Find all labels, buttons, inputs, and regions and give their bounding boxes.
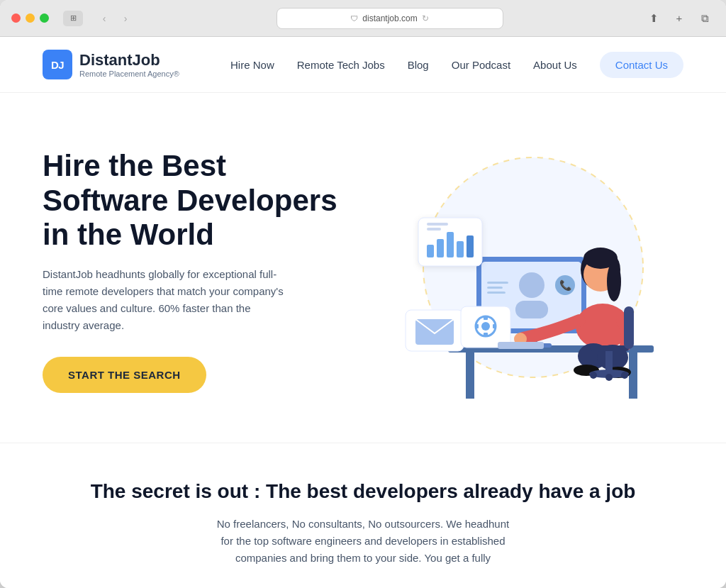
sidebar-toggle[interactable]: ⊞ [63, 11, 83, 26]
logo-text: DistantJob Remote Placement Agency® [79, 51, 179, 78]
logo-name: DistantJob [79, 51, 179, 70]
close-button[interactable] [11, 13, 21, 23]
section-title: The secret is out : The best developers … [43, 479, 683, 504]
hero-description: DistantJob headhunts globally for except… [43, 266, 284, 334]
forward-button[interactable]: › [116, 11, 135, 26]
logo-area: DJ DistantJob Remote Placement Agency® [43, 50, 179, 79]
svg-rect-19 [437, 239, 444, 257]
logo-icon: DJ [43, 50, 72, 79]
svg-point-29 [481, 322, 490, 331]
hero-section: Hire the Best Software Developers in the… [0, 93, 726, 443]
hero-svg: 📞 [356, 136, 668, 406]
svg-point-49 [621, 372, 628, 379]
svg-point-9 [519, 272, 544, 298]
svg-rect-10 [515, 301, 548, 318]
section-description: No freelancers, No consultants, No outso… [214, 516, 512, 567]
minimize-button[interactable] [26, 13, 35, 23]
back-button[interactable]: ‹ [94, 11, 114, 26]
svg-rect-12 [487, 287, 503, 289]
svg-rect-45 [605, 351, 613, 372]
svg-rect-50 [624, 306, 634, 349]
new-tab-button[interactable]: + [669, 11, 689, 26]
reload-icon: ↻ [422, 13, 429, 23]
browser-actions: ⬆ + ⧉ [644, 11, 715, 26]
address-bar[interactable]: 🛡 distantjob.com ↻ [277, 8, 503, 29]
nav-blog[interactable]: Blog [408, 59, 429, 71]
hero-illustration: 📞 [340, 129, 683, 413]
window-controls: ⊞ [63, 11, 83, 26]
hero-content: Hire the Best Software Developers in the… [43, 149, 340, 393]
svg-point-47 [590, 372, 597, 379]
svg-rect-20 [447, 232, 454, 257]
maximize-button[interactable] [40, 13, 49, 23]
svg-rect-51 [498, 342, 544, 349]
svg-point-48 [605, 374, 613, 381]
website-content: DJ DistantJob Remote Placement Agency® H… [0, 37, 726, 588]
svg-point-37 [607, 262, 621, 301]
svg-rect-32 [475, 324, 479, 328]
nav-remote-tech-jobs[interactable]: Remote Tech Jobs [297, 59, 385, 71]
site-nav: Hire Now Remote Tech Jobs Blog Our Podca… [230, 52, 683, 78]
contact-us-button[interactable]: Contact Us [600, 52, 683, 78]
browser-titlebar: ⊞ ‹ › 🛡 distantjob.com ↻ ⬆ + ⧉ [0, 0, 726, 37]
nav-arrows: ‹ › [94, 11, 135, 26]
svg-rect-24 [427, 228, 441, 231]
nav-hire-now[interactable]: Hire Now [230, 59, 274, 71]
share-button[interactable]: ⬆ [644, 11, 664, 26]
shield-icon: 🛡 [350, 14, 358, 23]
svg-text:📞: 📞 [559, 279, 572, 292]
svg-rect-23 [427, 223, 448, 226]
address-bar-container: 🛡 distantjob.com ↻ [144, 8, 635, 29]
svg-rect-4 [629, 353, 637, 399]
svg-rect-33 [493, 324, 496, 328]
cta-button[interactable]: START THE SEARCH [43, 357, 206, 393]
svg-rect-18 [427, 245, 434, 257]
section-below: The secret is out : The best developers … [0, 443, 726, 588]
nav-podcast[interactable]: Our Podcast [452, 59, 510, 71]
svg-rect-11 [487, 282, 508, 284]
logo-tagline: Remote Placement Agency® [79, 70, 179, 78]
address-text: distantjob.com [362, 13, 417, 23]
svg-rect-30 [484, 316, 488, 320]
svg-rect-13 [487, 292, 506, 294]
nav-about-us[interactable]: About Us [533, 59, 577, 71]
svg-rect-22 [467, 235, 474, 257]
svg-rect-44 [590, 345, 629, 351]
tabs-button[interactable]: ⧉ [695, 11, 715, 26]
hero-title: Hire the Best Software Developers in the… [43, 149, 340, 252]
svg-rect-3 [466, 353, 474, 399]
svg-rect-31 [484, 333, 488, 336]
site-header: DJ DistantJob Remote Placement Agency® H… [0, 37, 726, 93]
svg-rect-21 [457, 241, 464, 257]
browser-window: ⊞ ‹ › 🛡 distantjob.com ↻ ⬆ + ⧉ DJ Distan… [0, 0, 726, 588]
traffic-lights [11, 13, 49, 23]
